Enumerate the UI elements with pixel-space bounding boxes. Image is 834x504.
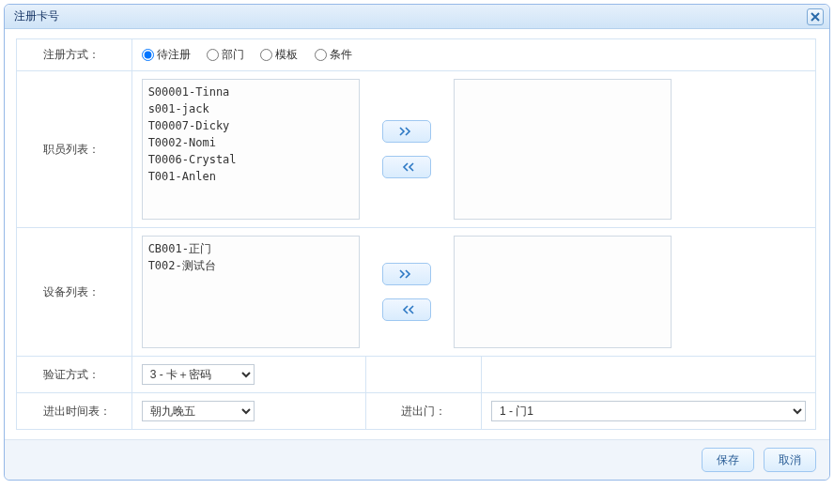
schedule-cell: 朝九晚五 — [131, 393, 366, 430]
device-cell: CB001-正门T002-测试台 — [131, 228, 815, 357]
radio-template[interactable]: 模板 — [260, 48, 298, 61]
label-verify: 验证方式： — [17, 357, 132, 393]
staff-dual-list: S00001-Tinnas001-jackT00007-DickyT0002-N… — [142, 79, 806, 220]
chevron-double-left-icon — [399, 162, 414, 172]
label-staff: 职员列表： — [17, 71, 132, 228]
device-move-left-button[interactable] — [382, 298, 431, 321]
dialog-body: 注册方式： 待注册 部门 模板 条件 职员列表： S00001-Tinnas00… — [5, 29, 829, 439]
list-item[interactable]: T0006-Crystal — [148, 151, 353, 168]
staff-left-listbox[interactable]: S00001-Tinnas001-jackT00007-DickyT0002-N… — [142, 79, 360, 220]
radio-dept[interactable]: 部门 — [207, 48, 244, 61]
schedule-select[interactable]: 朝九晚五 — [142, 401, 255, 421]
dialog-footer: 保存 取消 — [5, 439, 829, 480]
empty-cell — [482, 357, 816, 393]
row-device: 设备列表： CB001-正门T002-测试台 — [17, 228, 816, 357]
close-icon — [811, 12, 820, 22]
chevron-double-right-icon — [399, 127, 414, 136]
form-table: 注册方式： 待注册 部门 模板 条件 职员列表： S00001-Tinnas00… — [16, 38, 816, 430]
reg-type-cell: 待注册 部门 模板 条件 — [131, 39, 815, 71]
radio-pending[interactable]: 待注册 — [142, 48, 191, 61]
radio-pending-input[interactable] — [142, 49, 154, 61]
list-item[interactable]: T0002-Nomi — [148, 134, 353, 151]
list-item[interactable]: s001-jack — [148, 100, 353, 117]
dialog: 注册卡号 注册方式： 待注册 部门 模板 条件 职员列表： — [4, 4, 830, 481]
verify-select[interactable]: 3 - 卡＋密码 — [142, 364, 255, 385]
label-schedule: 进出时间表： — [17, 393, 132, 430]
staff-move-left-button[interactable] — [382, 156, 431, 178]
staff-right-listbox[interactable] — [454, 79, 672, 220]
device-right-listbox[interactable] — [454, 236, 672, 348]
label-device: 设备列表： — [17, 228, 132, 357]
radio-condition[interactable]: 条件 — [315, 48, 352, 61]
staff-move-right-button[interactable] — [382, 120, 431, 143]
chevron-double-right-icon — [399, 269, 414, 279]
close-button[interactable] — [807, 8, 824, 25]
save-button[interactable]: 保存 — [702, 448, 754, 472]
device-left-listbox[interactable]: CB001-正门T002-测试台 — [142, 236, 360, 348]
staff-move-buttons — [382, 120, 431, 178]
list-item[interactable]: T00007-Dicky — [148, 117, 353, 134]
device-move-buttons — [382, 263, 431, 321]
cancel-button[interactable]: 取消 — [764, 448, 816, 472]
dialog-header: 注册卡号 — [5, 5, 829, 29]
staff-cell: S00001-Tinnas001-jackT00007-DickyT0002-N… — [131, 71, 815, 228]
radio-dept-input[interactable] — [207, 49, 219, 61]
label-door: 进出门： — [366, 393, 482, 430]
device-move-right-button[interactable] — [382, 263, 431, 285]
door-cell: 1 - 门1 — [482, 393, 816, 430]
device-dual-list: CB001-正门T002-测试台 — [142, 236, 806, 348]
empty-label — [366, 357, 482, 393]
chevron-double-left-icon — [399, 305, 414, 314]
radio-template-input[interactable] — [260, 49, 272, 61]
door-select[interactable]: 1 - 门1 — [491, 401, 806, 421]
list-item[interactable]: T001-Anlen — [148, 168, 353, 185]
row-schedule-door: 进出时间表： 朝九晚五 进出门： 1 - 门1 — [17, 393, 816, 430]
row-staff: 职员列表： S00001-Tinnas001-jackT00007-DickyT… — [17, 71, 816, 228]
verify-cell: 3 - 卡＋密码 — [131, 357, 366, 393]
dialog-title: 注册卡号 — [14, 8, 59, 24]
list-item[interactable]: S00001-Tinna — [148, 84, 353, 100]
list-item[interactable]: CB001-正门 — [148, 240, 353, 257]
row-verify: 验证方式： 3 - 卡＋密码 — [17, 357, 816, 393]
radio-condition-input[interactable] — [315, 49, 327, 61]
label-reg-type: 注册方式： — [17, 39, 132, 71]
row-reg-type: 注册方式： 待注册 部门 模板 条件 — [17, 39, 816, 71]
list-item[interactable]: T002-测试台 — [148, 257, 353, 274]
